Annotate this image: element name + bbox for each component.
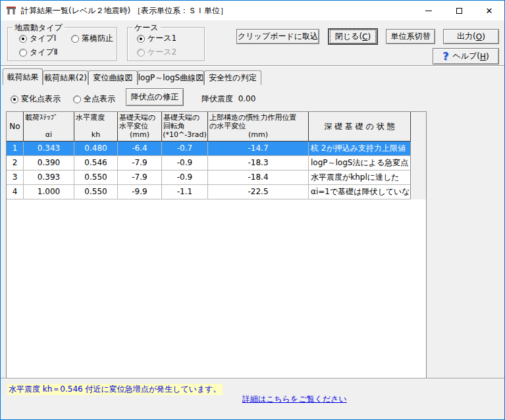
radio-all-points-icon [73, 95, 81, 103]
table-cell: 0.546 [74, 156, 118, 171]
grid-body: 10.3430.480-6.4-0.7-14.7杭 2が押込み支持力上限値20.… [7, 142, 426, 199]
table-cell: -0.7 [162, 142, 208, 156]
results-grid: No載荷ｽﾃｯﾌﾟαi水平震度kh基礎天端の水平変位(mm)基礎天端の回転角(*… [6, 111, 427, 378]
tab-load-results-2[interactable]: 載荷結果(2) [43, 70, 88, 85]
radio-case1[interactable]: ケース1 [137, 33, 176, 44]
maximize-button[interactable] [444, 1, 474, 20]
column-header: 基礎天端の水平変位(mm) [118, 112, 162, 142]
radio-rakukyo-icon [71, 35, 79, 43]
radio-type2-label: タイプⅡ [30, 47, 58, 58]
column-header-line: 載荷ｽﾃｯﾌﾟ [24, 113, 74, 122]
table-cell: -9.9 [118, 185, 162, 199]
table-row[interactable]: 30.3930.550-7.9-0.9-18.4水平震度がkhplに達した [7, 171, 426, 185]
radio-all-points-label: 全点表示 [84, 93, 115, 105]
tab-safety-judgment[interactable]: 安全性の判定 [204, 70, 261, 85]
column-header-line: 基礎天端の [118, 113, 161, 122]
table-cell: -18.4 [208, 171, 309, 185]
column-header-line: kh [74, 130, 117, 139]
table-cell: -0.9 [162, 171, 208, 185]
radio-type1-label: タイプⅠ [30, 33, 56, 44]
radio-change-points[interactable]: 変化点表示 [11, 93, 61, 105]
dialog-window: 計算結果一覧(レベル２地震時) ［表示単位系：ＳＩ単位］ ✕ 地震動タイプ タイ… [0, 0, 505, 420]
table-cell: -1.1 [162, 185, 208, 199]
radio-change-points-label: 変化点表示 [21, 93, 61, 105]
close-button[interactable]: 閉じる(C) [329, 29, 377, 44]
table-cell: 1 [7, 142, 24, 156]
table-row[interactable]: 41.0000.550-9.9-1.1-22.5αi=1で基礎は降伏していない [7, 185, 426, 199]
column-header-line: 水平変位 [118, 122, 161, 130]
table-cell: 0.343 [24, 142, 74, 156]
app-icon [6, 5, 16, 16]
table-cell: 2 [7, 156, 24, 171]
table-cell: 0.390 [24, 156, 74, 171]
maximize-icon [456, 8, 462, 14]
table-cell: 0.550 [74, 185, 118, 199]
table-cell: 3 [7, 171, 24, 185]
column-header-line: 水平震度 [74, 113, 117, 122]
table-cell: -14.7 [208, 142, 309, 156]
clipboard-button-label: クリップボードに取込 [238, 31, 318, 42]
titlebar: 計算結果一覧(レベル２地震時) ［表示単位系：ＳＩ単位］ ✕ [1, 1, 504, 20]
radio-case2-icon [137, 49, 145, 57]
table-cell: 0.550 [74, 171, 118, 185]
window-title: 計算結果一覧(レベル２地震時) ［表示単位系：ＳＩ単位］ [21, 5, 228, 16]
close-icon: ✕ [486, 7, 493, 15]
table-row[interactable]: 20.3900.546-7.9-0.9-18.3logP～logS法による急変点 [7, 156, 426, 171]
table-cell: 水平震度がkhplに達した [309, 171, 411, 185]
table-cell: -18.3 [208, 156, 309, 171]
column-header-line: 回転角 [162, 122, 207, 130]
column-header: 上部構造の慣性力作用位置の水平変位(mm) [208, 112, 309, 142]
radio-case1-label: ケース1 [147, 33, 176, 44]
close-window-button[interactable]: ✕ [474, 1, 504, 20]
case-group: ケース ケース1 ケース2 [127, 27, 205, 61]
table-cell: -7.9 [118, 156, 162, 171]
yield-seismic-label: 降伏震度 0.00 [201, 93, 255, 105]
help-icon: ? [442, 50, 448, 63]
table-cell: 0.393 [24, 171, 74, 185]
table-cell: αi=1で基礎は降伏していない [309, 185, 411, 199]
tab-displacement-curve[interactable]: 変位曲線図 [88, 70, 138, 85]
radio-type1-icon [19, 35, 27, 43]
column-header: 水平震度kh [74, 112, 118, 142]
help-button[interactable]: ? ヘルプ(H) [433, 48, 499, 65]
minimize-icon [425, 11, 432, 11]
radio-case1-icon [137, 35, 145, 43]
details-link[interactable]: 詳細はこちらをご覧ください [242, 394, 347, 405]
column-header-line: の水平変位 [208, 122, 308, 130]
unit-switch-button[interactable]: 単位系切替 [386, 29, 435, 44]
column-header-line: (mm) [118, 130, 161, 139]
column-header-line [24, 122, 74, 130]
column-header: 基礎天端の回転角(*10^-3rad) [162, 112, 208, 142]
top-separator [1, 65, 504, 66]
column-header: 載荷ｽﾃｯﾌﾟαi [24, 112, 74, 142]
minimize-button[interactable] [413, 1, 444, 20]
column-header-line: (mm) [208, 130, 308, 139]
table-cell: logP～logS法による急変点 [309, 156, 411, 171]
radio-type2[interactable]: タイプⅡ [19, 47, 58, 58]
table-cell: -0.9 [162, 156, 208, 171]
clipboard-button[interactable]: クリップボードに取込 [236, 29, 319, 44]
table-row[interactable]: 10.3430.480-6.4-0.7-14.7杭 2が押込み支持力上限値 [7, 142, 426, 156]
status-message: 水平震度 kh＝0.546 付近に変位急増点が発生しています。 [7, 384, 223, 395]
grid-unused-strip [411, 112, 426, 199]
radio-rakukyo[interactable]: 落橋防止 [71, 33, 113, 44]
column-header: 深 礎 基 礎 の 状 態 [309, 112, 411, 142]
radio-all-points[interactable]: 全点表示 [73, 93, 115, 105]
fix-yield-point-button[interactable]: 降伏点の修正 [126, 88, 184, 106]
unit-switch-button-label: 単位系切替 [391, 31, 431, 42]
tab-load-results[interactable]: 載荷結果 [3, 68, 43, 85]
seismic-type-group: 地震動タイプ タイプⅠ 落橋防止 タイプⅡ [7, 27, 117, 61]
column-header: No [7, 112, 24, 142]
column-header-line: No [7, 122, 23, 131]
table-cell: 0.480 [74, 142, 118, 156]
close-button-focus: 閉じる(C) [330, 30, 376, 43]
window-controls: ✕ [413, 1, 504, 20]
radio-type1[interactable]: タイプⅠ [19, 33, 56, 44]
radio-change-points-icon [11, 95, 18, 103]
column-header-line: 基礎天端の [162, 113, 207, 122]
column-header-line: αi [24, 130, 74, 139]
tab-logp-logs-curve[interactable]: logP～logS曲線図 [138, 70, 204, 85]
output-button[interactable]: 出力(O) [443, 29, 499, 44]
column-header-line: (*10^-3rad) [162, 130, 207, 139]
table-cell: -6.4 [118, 142, 162, 156]
